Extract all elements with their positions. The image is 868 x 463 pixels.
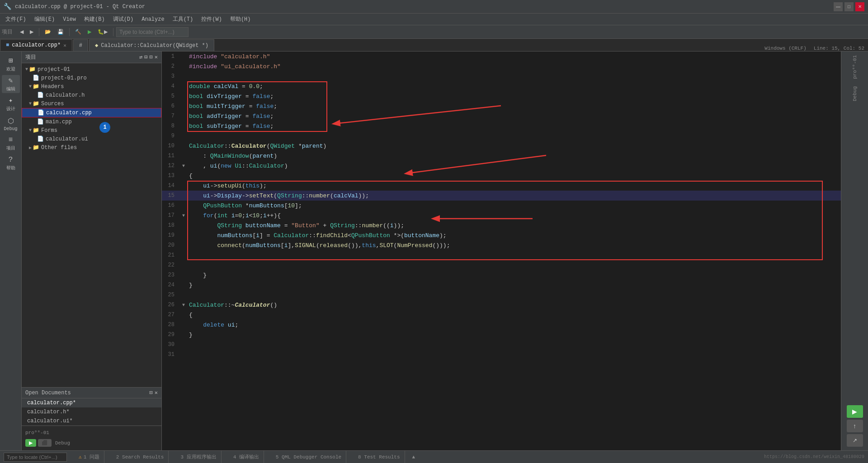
sync-icon[interactable]: ⇄ — [139, 54, 142, 61]
statusbar-search-input[interactable] — [4, 453, 67, 462]
sidebar-item-welcome[interactable]: ⊞ 欢迎 — [2, 55, 20, 73]
toolbar-back-button[interactable]: ◀ — [17, 28, 26, 36]
statusbar-problems-label: 1 问题 — [84, 454, 99, 460]
statusbar-tab-compile-output[interactable]: 4 编译输出 — [229, 451, 264, 463]
tree-item-headers-folder[interactable]: ▼ 📁 Headers — [22, 82, 161, 91]
tab-label-hash: # — [79, 42, 82, 49]
code-line-3: 3 — [162, 71, 841, 81]
open-doc-calculator-ui[interactable]: calculator.ui* — [22, 416, 161, 426]
tree-item-forms-folder[interactable]: ▼ 📁 Forms — [22, 126, 161, 135]
code-line-9: 9 — [162, 131, 841, 141]
pro-panel-label[interactable]: pro⁰⁰-01 — [852, 55, 858, 79]
menu-build[interactable]: 构建(B) — [80, 14, 108, 24]
line-number-16: 16 — [162, 202, 180, 209]
debug-icon: ⬡ — [8, 117, 14, 126]
run-arrow-down-button[interactable]: ↗ — [847, 434, 863, 447]
run-arrow-up-button[interactable]: ↑ — [847, 420, 863, 432]
debug-label: Debug — [4, 126, 17, 131]
tree-item-other-files[interactable]: ▶ 📁 Other files — [22, 143, 161, 152]
debug-panel-label[interactable]: Debug — [852, 86, 858, 101]
menu-file[interactable]: 文件(F) — [2, 14, 30, 24]
statusbar-tab-qml-debugger[interactable]: 5 QML Debugger Console — [271, 451, 346, 463]
line-number-8: 8 — [162, 123, 180, 129]
stop-button[interactable]: ⬛ — [38, 439, 52, 447]
line-content-13: { — [187, 173, 841, 179]
run-green-button[interactable]: ▶ — [847, 405, 863, 418]
toolbar-debug-run-button[interactable]: 🐛▶ — [95, 28, 110, 36]
menu-debug[interactable]: 调试(D) — [109, 14, 137, 24]
open-doc-cpp-label: calculator.cpp* — [27, 400, 76, 406]
close-panel-icon[interactable]: ✕ — [155, 54, 158, 61]
statusbar-tab-problems[interactable]: ⚠ 1 问题 — [74, 451, 104, 463]
tree-item-calculator-h[interactable]: 📄 calculator.h — [22, 91, 161, 99]
code-line-19: 19 numButtons[i] = Calculator::findChild… — [162, 230, 841, 240]
line-number-20: 20 — [162, 242, 180, 248]
line-content-1: #include "calculator.h" — [187, 53, 841, 60]
toolbar-save-button[interactable]: 💾 — [55, 28, 66, 36]
project-header-label: 项目 — [25, 53, 36, 61]
tree-root-project[interactable]: ▼ 📁 project-01 — [22, 65, 161, 74]
statusbar-tab-test-results[interactable]: 8 Test Results — [354, 451, 405, 463]
tab-close-icon[interactable]: ✕ — [63, 42, 66, 48]
tree-item-calculator-cpp[interactable]: 📄 calculator.cpp — [22, 108, 161, 117]
locate-search-input[interactable] — [116, 27, 189, 37]
cursor-position-label: Line: 15, Col: 52 — [810, 46, 868, 51]
sidebar-item-edit[interactable]: ✎ 编辑 — [2, 75, 20, 93]
open-doc-calculator-h[interactable]: calculator.h* — [22, 407, 161, 416]
statusbar-tab-search-results[interactable]: 2 Search Results — [112, 451, 169, 463]
tree-calculator-cpp-label: calculator.cpp — [46, 110, 92, 116]
sidebar-item-help[interactable]: ? 帮助 — [2, 154, 20, 173]
tree-item-sources-folder[interactable]: ▼ 📁 Sources — [22, 99, 161, 108]
welcome-icon: ⊞ — [9, 56, 13, 65]
menu-controls[interactable]: 控件(W) — [198, 14, 226, 24]
sidebar-item-project[interactable]: ≡ 项目 — [2, 135, 20, 153]
tab-function[interactable]: ◆ Calculator::Calculator(QWidget *) — [89, 39, 214, 51]
open-docs-label: Open Documents — [25, 390, 71, 396]
tab-hash[interactable]: # — [73, 39, 88, 51]
statusbar-compile-output-label: 4 编译输出 — [233, 454, 259, 460]
tree-item-calculator-ui[interactable]: 📄 calculator.ui — [22, 135, 161, 143]
sources-folder-icon: 📁 — [33, 100, 39, 107]
collapse-icon[interactable]: ⊡ — [150, 54, 153, 61]
menu-tools[interactable]: 工具(T) — [169, 14, 197, 24]
statusbar-expand-icon[interactable]: ▲ — [412, 454, 415, 460]
statusbar-tab-app-output[interactable]: 3 应用程序输出 — [176, 451, 221, 463]
help-label: 帮助 — [6, 165, 15, 171]
toolbar-forward-button[interactable]: ▶ — [27, 28, 36, 36]
tree-item-main-cpp[interactable]: 📄 main.cpp — [22, 117, 161, 126]
code-line-29: 29 } — [162, 330, 841, 340]
menu-help[interactable]: 帮助(H) — [226, 14, 255, 24]
pro-panel-section[interactable]: pro⁰⁰-01 — [22, 428, 161, 437]
code-container[interactable]: 1 #include "calculator.h" 2 #include "ui… — [162, 51, 841, 450]
close-button[interactable]: ✕ — [855, 2, 864, 11]
sidebar-item-debug[interactable]: ⬡ Debug — [2, 115, 20, 133]
menu-analyze[interactable]: Analyze — [138, 15, 168, 23]
code-line-24: 24 } — [162, 280, 841, 290]
line-content-28: delete ui; — [187, 322, 841, 328]
tree-item-pro-file[interactable]: 📄 project-01.pro — [22, 74, 161, 82]
filter-icon[interactable]: ⊟ — [144, 54, 147, 61]
maximize-button[interactable]: □ — [844, 2, 854, 11]
code-line-18: 18 QString buttonName = "Button" + QStri… — [162, 220, 841, 230]
open-docs-collapse-icon[interactable]: ⊡ — [150, 389, 153, 396]
run-button[interactable]: ▶ — [25, 439, 36, 447]
toolbar-open-button[interactable]: 📂 — [42, 28, 54, 36]
line-number-10: 10 — [162, 143, 180, 149]
minimize-button[interactable]: — — [834, 2, 843, 11]
line-number-31: 31 — [162, 351, 180, 358]
line-content-24: } — [187, 282, 841, 289]
debug-controls: ▶ ⬛ Debug — [22, 437, 161, 449]
menu-edit[interactable]: 编辑(E) — [31, 14, 59, 24]
tree-root-label: project-01 — [38, 66, 70, 73]
menu-view[interactable]: View — [59, 15, 80, 23]
toolbar-build-button[interactable]: 🔨 — [72, 28, 84, 36]
sources-arrow-icon: ▼ — [29, 101, 32, 106]
project-tree: ▼ 📁 project-01 📄 project-01.pro ▼ 📁 Head… — [22, 63, 161, 387]
tab-calculator-cpp[interactable]: ■ calculator.cpp* ✕ — [0, 39, 72, 51]
tree-calculator-h-label: calculator.h — [46, 92, 85, 98]
toolbar-run-button[interactable]: ▶ — [85, 28, 94, 36]
sidebar-item-design[interactable]: ✦ 设计 — [2, 95, 20, 113]
line-content-6: bool multTrigger = false; — [187, 103, 841, 110]
open-docs-close-icon[interactable]: ✕ — [155, 389, 158, 396]
open-doc-calculator-cpp[interactable]: calculator.cpp* — [22, 398, 161, 407]
